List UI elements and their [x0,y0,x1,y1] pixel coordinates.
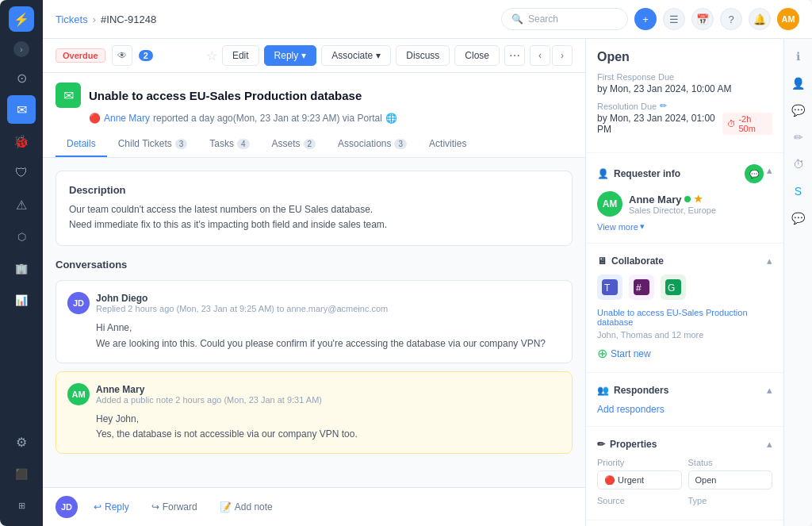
tab-associations[interactable]: Associations 3 [327,132,418,157]
conversations-title: Conversations [56,259,573,271]
sidebar-item-building[interactable]: 🏢 [7,254,36,282]
discuss-button[interactable]: Discuss [396,45,450,66]
info-icon[interactable]: ℹ [787,45,810,67]
sidebar-item-home[interactable]: ⊙ [7,63,36,92]
tab-child-tickets[interactable]: Child Tickets 3 [107,132,199,157]
tab-tasks[interactable]: Tasks 4 [198,132,260,157]
watch-button[interactable]: 👁 [112,45,132,66]
edit-right-icon[interactable]: ✏ [787,126,810,148]
tab-associations-count: 3 [394,139,407,149]
tab-details-label: Details [67,138,96,149]
breadcrumb-current: #INC-91248 [101,13,156,25]
description-text: Our team couldn't access the latest numb… [69,202,559,232]
forward-icon: ↪ [151,501,159,513]
sidebar-item-alert[interactable]: ⚠ [7,190,36,219]
first-response-label: First Response Due [597,72,772,82]
sidebar-item-bug[interactable]: 🐞 [7,127,36,155]
user-right-icon[interactable]: 👤 [787,72,810,94]
collaborate-collapse-button[interactable]: ▴ [767,255,772,267]
sidebar-item-chart[interactable]: 📊 [7,286,36,314]
ticket-title: Unable to access EU-Sales Production dat… [89,89,362,102]
avatar: JD [67,292,90,314]
create-button[interactable]: + [634,8,657,30]
requester-collapse-button[interactable]: ▴ [767,164,772,183]
sidebar-item-cube[interactable]: ⬛ [7,459,36,488]
svg-text:#: # [636,282,642,294]
add-responders-button[interactable]: Add responders [597,404,772,415]
chat-button[interactable]: 💬 [745,164,764,183]
first-response-row: First Response Due by Mon, 23 Jan 2024, … [597,72,772,94]
forward-action-button[interactable]: ↪ Forward [145,498,204,516]
priority-select[interactable]: 🔴 Urgent 🟠 High 🟡 Medium 🟢 Low [597,470,682,490]
action-bar-right: ☆ Edit Reply ▾ Associate ▾ Discuss Close… [206,45,573,66]
teams-icon[interactable]: T [597,275,622,300]
ticket-icon: ✉ [56,83,81,108]
collaborate-section-title: 🖥 Collaborate [597,255,664,267]
reply-button[interactable]: Reply ▾ [264,45,317,66]
tab-details[interactable]: Details [56,132,107,157]
associate-button[interactable]: Associate ▾ [321,45,391,66]
chat-right-icon[interactable]: 💬 [787,207,810,229]
message-icon[interactable]: 💬 [787,99,810,121]
priority-column: Priority 🔴 Urgent 🟠 High 🟡 Medium 🟢 Low [597,458,682,490]
status-column: Status Open Pending Resolved Closed [688,458,773,490]
status-select[interactable]: Open Pending Resolved Closed [688,470,773,490]
reply-avatar: JD [56,496,78,518]
right-panel: Open First Response Due by Mon, 23 Jan 2… [585,39,783,526]
prev-ticket-button[interactable]: ‹ [530,45,550,66]
tab-activities[interactable]: Activities [418,132,477,157]
star-button[interactable]: ☆ [206,48,217,63]
sidebar-item-settings[interactable]: ⚙ [7,428,36,456]
sidebar-item-layers[interactable]: ⬡ [7,222,36,251]
hangouts-icon[interactable]: G [661,275,686,300]
priority-status-row: Priority 🔴 Urgent 🟠 High 🟡 Medium 🟢 Low … [597,458,772,490]
search-box[interactable]: 🔍 Search [501,8,628,30]
ticket-main: Overdue 👁 2 ☆ Edit Reply ▾ Associate ▾ [43,39,585,526]
conv-body-line1: Hey John, [96,412,561,427]
requester-section: 👤 Requester info 💬 ▴ AM Anne Mary [586,153,783,244]
search-icon: 🔍 [511,13,523,25]
sidebar-item-mail[interactable]: ✉ [7,95,36,124]
edit-button[interactable]: Edit [222,45,259,66]
logo-icon: ⚡ [13,12,29,27]
next-ticket-button[interactable]: › [552,45,573,66]
add-note-action-button[interactable]: 📝 Add note [213,498,279,516]
nav-collapse-button[interactable]: › [13,41,29,57]
view-more-button[interactable]: View more ▾ [597,221,772,232]
description-line1: Our team couldn't access the latest numb… [69,202,559,217]
more-options-button[interactable]: ⋯ [504,45,525,66]
tab-assets[interactable]: Assets 2 [261,132,327,157]
tab-activities-label: Activities [429,138,466,149]
sidebar-item-grid[interactable]: ⊞ [7,491,36,520]
properties-collapse-button[interactable]: ▴ [767,438,772,450]
calendar-icon[interactable]: 📅 [691,8,714,30]
help-icon[interactable]: ? [720,8,742,30]
plus-circle-icon: ⊕ [597,346,607,361]
clock-icon: ⏱ [727,119,736,129]
breadcrumb-parent[interactable]: Tickets [56,13,88,25]
close-button[interactable]: Close [454,45,500,66]
conv-info: John Diego Replied 2 hours ago (Mon, 23 … [96,293,388,313]
responders-collapse-button[interactable]: ▴ [767,384,772,396]
edit-resolution-icon[interactable]: ✏ [660,101,667,111]
conv-meta: Replied 2 hours ago (Mon, 23 Jan at 9:25… [96,304,388,313]
clock-right-icon[interactable]: ⏱ [787,153,810,175]
list-icon[interactable]: ☰ [663,8,685,30]
properties-icon: ✏ [597,439,605,450]
user-avatar[interactable]: AM [777,8,799,30]
overdue-timer: ⏱ -2h 50m [722,113,772,135]
collab-link[interactable]: Unable to access EU-Sales Production dat… [597,308,772,327]
bell-icon[interactable]: 🔔 [749,8,771,30]
app-logo[interactable]: ⚡ [9,6,34,32]
reporter-name[interactable]: Anne Mary [104,113,150,124]
far-right-icons: ℹ 👤 💬 ✏ ⏱ S 💬 [783,39,812,526]
properties-section: ✏ Properties ▴ Priority 🔴 Urgent 🟠 High … [586,427,783,520]
first-response-value: by Mon, 23 Jan 2024, 10:00 AM [597,83,772,94]
reply-action-button[interactable]: ↩ Reply [87,498,136,516]
responders-section-header: 👥 Responders ▴ [597,384,772,396]
sidebar-item-shield[interactable]: 🛡 [7,159,36,187]
slack-icon[interactable]: # [629,275,654,300]
skype-icon[interactable]: S [787,180,810,202]
add-note-label: Add note [235,501,273,513]
start-new-button[interactable]: ⊕ Start new [597,346,772,361]
